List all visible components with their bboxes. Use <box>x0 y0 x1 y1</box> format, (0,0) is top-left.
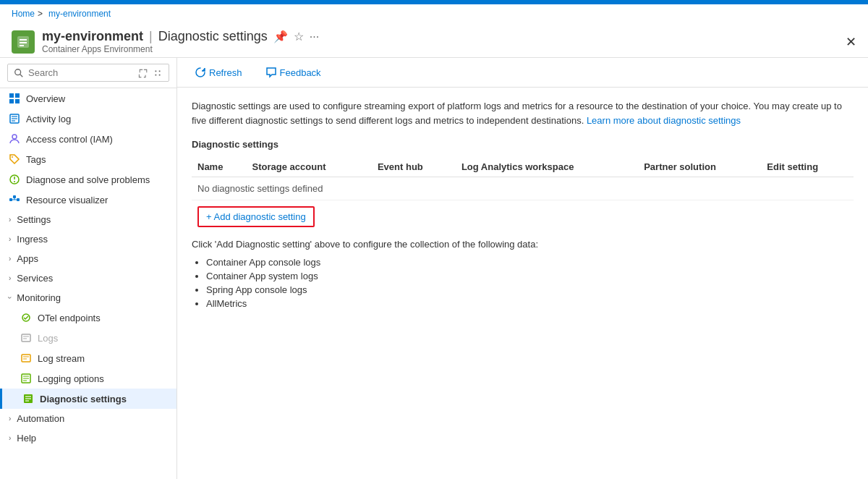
svg-point-1 <box>15 69 21 75</box>
list-item: Container App console logs <box>206 257 854 268</box>
sidebar-item-diagnose-label: Diagnose and solve problems <box>26 174 150 185</box>
feedback-icon <box>265 67 277 78</box>
logstream-label: Log stream <box>38 353 85 364</box>
feedback-button[interactable]: Feedback <box>260 64 327 81</box>
overview-icon <box>9 93 20 104</box>
sidebar-item-diagnose[interactable]: Diagnose and solve problems <box>0 169 176 190</box>
otel-icon <box>20 312 32 323</box>
svg-rect-18 <box>13 195 16 198</box>
sidebar-item-otel[interactable]: OTel endpoints <box>0 308 176 328</box>
sidebar-group-help[interactable]: › Help <box>0 428 176 448</box>
refresh-icon <box>195 67 206 78</box>
sidebar-item-iam[interactable]: Access control (IAM) <box>0 129 176 149</box>
close-button[interactable]: ✕ <box>846 34 856 50</box>
page-title: Diagnostic settings <box>158 29 268 44</box>
toolbar: Refresh Feedback <box>177 58 868 88</box>
col-name: Name <box>192 157 247 177</box>
automation-chevron: › <box>9 415 11 423</box>
ingress-chevron: › <box>9 235 11 243</box>
settings-chevron: › <box>9 216 11 224</box>
refresh-label: Refresh <box>209 67 242 78</box>
list-item: Container App system logs <box>206 271 854 281</box>
collapse-icon[interactable] <box>153 68 163 78</box>
logs-icon <box>20 332 32 344</box>
section-title: Diagnostic settings <box>192 139 854 150</box>
search-box[interactable] <box>7 64 169 82</box>
sidebar-item-logging-options[interactable]: Logging options <box>0 368 176 389</box>
logstream-icon <box>20 352 32 364</box>
svg-rect-5 <box>9 99 14 103</box>
learn-more-link[interactable]: Learn more about diagnostic settings <box>587 115 741 126</box>
activity-log-icon <box>9 113 20 124</box>
apps-group-label: Apps <box>17 253 38 264</box>
page-header: my-environment | Diagnostic settings 📌 ☆… <box>0 23 868 58</box>
sidebar-group-apps[interactable]: › Apps <box>0 249 176 268</box>
ingress-group-label: Ingress <box>17 234 48 245</box>
monitoring-group-label: Monitoring <box>17 292 61 303</box>
main-content: Refresh Feedback Diagnostic settings are… <box>177 58 868 479</box>
no-settings-message: No diagnostic settings defined <box>192 177 854 200</box>
more-icon[interactable]: ··· <box>310 30 319 43</box>
header-divider: | <box>149 29 153 44</box>
col-partner: Partner solution <box>638 157 761 177</box>
sidebar-item-overview[interactable]: Overview <box>0 88 176 109</box>
col-eventhub: Event hub <box>372 157 456 177</box>
diagnostic-table: Name Storage account Event hub Log Analy… <box>192 157 854 200</box>
search-input[interactable] <box>28 67 134 78</box>
expand-icon[interactable] <box>138 68 148 78</box>
sidebar-item-diagnostic-settings[interactable]: Diagnostic settings <box>0 389 176 409</box>
sidebar: Overview Activity log Access control (IA… <box>0 58 177 479</box>
col-storage: Storage account <box>247 157 372 177</box>
content-body: Diagnostic settings are used to configur… <box>177 88 868 479</box>
sidebar-group-settings[interactable]: › Settings <box>0 210 176 229</box>
svg-point-12 <box>12 156 13 158</box>
breadcrumb-separator: > <box>38 9 43 19</box>
no-settings-row: No diagnostic settings defined <box>192 177 854 200</box>
otel-label: OTel endpoints <box>38 313 101 323</box>
settings-group-label: Settings <box>17 214 51 225</box>
svg-rect-6 <box>15 99 20 103</box>
loggingoptions-icon <box>20 373 32 384</box>
add-diagnostic-setting-button[interactable]: + Add diagnostic setting <box>197 206 315 227</box>
sidebar-item-activity-label: Activity log <box>26 114 71 124</box>
svg-point-11 <box>12 135 17 139</box>
pin-icon[interactable]: 📌 <box>273 30 288 43</box>
diagnose-icon <box>9 174 20 185</box>
services-group-label: Services <box>17 273 53 284</box>
automation-group-label: Automation <box>17 413 64 424</box>
sidebar-item-log-stream[interactable]: Log stream <box>0 348 176 368</box>
sidebar-group-monitoring[interactable]: › Monitoring <box>0 288 176 308</box>
add-button-label: + Add diagnostic setting <box>206 211 306 222</box>
visualizer-icon <box>9 194 20 205</box>
data-items-list: Container App console logs Container App… <box>206 257 854 309</box>
sidebar-item-viz-label: Resource visualizer <box>26 195 108 205</box>
help-group-label: Help <box>17 433 36 444</box>
monitoring-chevron: › <box>6 297 14 299</box>
sidebar-item-resource-viz[interactable]: Resource visualizer <box>0 190 176 210</box>
breadcrumb-home[interactable]: Home <box>12 9 35 19</box>
feedback-label: Feedback <box>280 67 321 78</box>
resource-subtitle: Container Apps Environment <box>42 44 319 54</box>
sidebar-group-ingress[interactable]: › Ingress <box>0 229 176 249</box>
services-chevron: › <box>9 274 11 282</box>
sidebar-group-automation[interactable]: › Automation <box>0 409 176 428</box>
list-item: AllMetrics <box>206 298 854 309</box>
breadcrumb-current: my-environment <box>48 9 111 19</box>
col-edit: Edit setting <box>761 157 854 177</box>
sidebar-item-activity-log[interactable]: Activity log <box>0 109 176 129</box>
sidebar-group-services[interactable]: › Services <box>0 268 176 288</box>
search-icon <box>14 68 24 78</box>
star-icon[interactable]: ☆ <box>294 30 304 43</box>
svg-rect-23 <box>22 334 30 342</box>
diagnostics-icon <box>22 393 34 404</box>
svg-rect-4 <box>15 93 20 98</box>
resource-icon <box>12 30 35 54</box>
instruction-text: Click 'Add Diagnostic setting' above to … <box>192 239 854 250</box>
svg-line-2 <box>20 74 23 77</box>
sidebar-item-logs[interactable]: Logs <box>0 328 176 348</box>
sidebar-item-tags[interactable]: Tags <box>0 149 176 169</box>
iam-icon <box>9 133 20 145</box>
tags-icon <box>9 153 20 165</box>
diagnostic-settings-label: Diagnostic settings <box>40 394 127 404</box>
refresh-button[interactable]: Refresh <box>189 64 248 81</box>
